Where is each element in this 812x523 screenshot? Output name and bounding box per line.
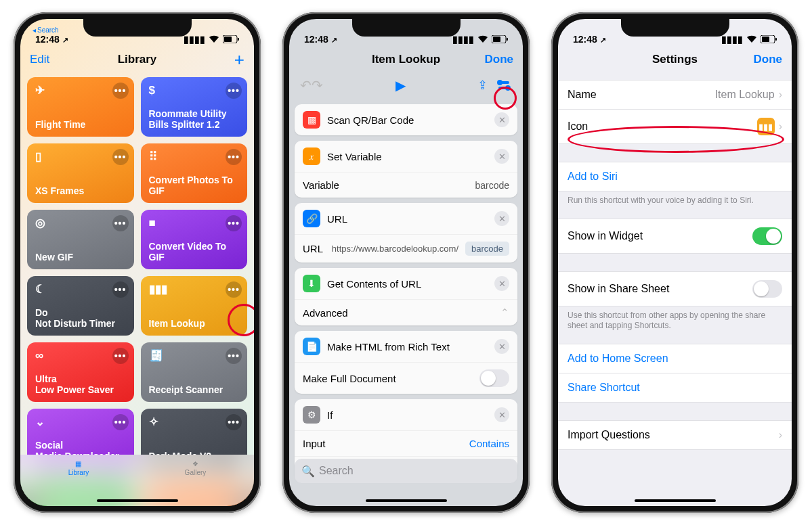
shortcut-tile[interactable]: ⠿Convert Photos To GIF••• (141, 143, 248, 203)
share-icon[interactable]: ⇪ (477, 78, 488, 93)
action-make-html[interactable]: 📄Make HTML from Rich Text✕ Make Full Doc… (295, 331, 517, 394)
more-button[interactable]: ••• (226, 414, 242, 430)
qrcode-icon: ▩ (303, 111, 320, 129)
chevron-right-icon: › (779, 120, 782, 133)
more-button[interactable]: ••• (112, 281, 129, 298)
action-scan-barcode[interactable]: ▩Scan QR/Bar Code✕ (295, 104, 517, 135)
redo-button[interactable]: ↷ (312, 77, 323, 93)
battery-icon (761, 35, 777, 43)
library-title: Library (118, 53, 157, 66)
phone-settings: 12:48 ↗ ▮▮▮▮ Settings Done Name Item Loo… (551, 12, 798, 513)
edit-button[interactable]: Edit (30, 53, 49, 66)
shortcut-tile[interactable]: ∞Ultra Low Power Saver••• (27, 342, 134, 402)
more-button[interactable]: ••• (112, 414, 129, 430)
battery-icon (223, 35, 239, 43)
cell-name[interactable]: Name Item Lookup › (558, 80, 792, 110)
svg-rect-12 (775, 38, 777, 41)
link-icon: 🔗 (303, 210, 320, 227)
svg-rect-7 (500, 81, 509, 84)
more-button[interactable]: ••• (226, 149, 242, 165)
toggle-share-sheet[interactable] (752, 280, 782, 298)
home-indicator[interactable] (635, 499, 716, 502)
shortcut-tile[interactable]: ▮▮▮Item Lookup••• (141, 276, 248, 336)
share-footnote: Use this shortcut from other apps by ope… (558, 306, 792, 344)
shortcut-tile[interactable]: ▯XS Frames••• (27, 143, 134, 203)
settings-toggle-icon[interactable] (496, 79, 512, 91)
shortcut-tile[interactable]: 🧾Receipt Scanner••• (141, 342, 248, 402)
cell-share-shortcut[interactable]: Share Shortcut (558, 373, 792, 403)
tab-gallery[interactable]: ❖ Gallery (185, 460, 207, 476)
done-button[interactable]: Done (485, 53, 514, 66)
tile-label: Roommate Utility Bills Splitter 1.2 (149, 108, 240, 130)
grid-icon: ▦ (75, 460, 81, 468)
cell-share-sheet[interactable]: Show in Share Sheet (558, 271, 792, 306)
svg-rect-11 (762, 37, 769, 42)
remove-icon[interactable]: ✕ (494, 149, 509, 164)
more-button[interactable]: ••• (226, 348, 242, 364)
shortcut-tile[interactable]: ◎New GIF••• (27, 210, 134, 269)
barcode-icon: ▮▮▮ (757, 118, 775, 135)
chevron-right-icon: › (779, 429, 782, 441)
action-set-variable[interactable]: 𝑥Set Variable✕ Variablebarcode (295, 141, 517, 198)
stack-icon: ❖ (192, 460, 198, 468)
undo-button[interactable]: ↶ (300, 77, 312, 93)
remove-icon[interactable]: ✕ (494, 276, 509, 291)
tile-label: New GIF (35, 252, 126, 263)
more-button[interactable]: ••• (112, 83, 129, 99)
tab-bar: ▦ Library ❖ Gallery (20, 455, 254, 506)
tile-label: Convert Photos To GIF (149, 175, 240, 196)
shortcut-tile[interactable]: ■Convert Video To GIF••• (141, 210, 248, 269)
editor-title: Item Lookup (372, 53, 440, 66)
done-button[interactable]: Done (754, 53, 783, 66)
shortcut-tile[interactable]: ✈Flight Time••• (27, 77, 134, 137)
more-button[interactable]: ••• (112, 149, 129, 165)
cell-show-widget[interactable]: Show in Widget (558, 219, 792, 254)
cell-add-home[interactable]: Add to Home Screen (558, 344, 792, 373)
signal-icon: ▮▮▮▮ (184, 34, 205, 45)
tab-library[interactable]: ▦ Library (68, 460, 89, 476)
wifi-icon (746, 35, 757, 43)
chevron-up-icon[interactable]: ⌃ (500, 306, 509, 319)
remove-icon[interactable]: ✕ (494, 407, 509, 422)
action-get-contents[interactable]: ⬇Get Contents of URL✕ Advanced⌃ (295, 268, 517, 325)
signal-icon: ▮▮▮▮ (452, 34, 474, 45)
shortcut-tile[interactable]: ☾Do Not Disturb Timer••• (27, 276, 134, 336)
remove-icon[interactable]: ✕ (494, 211, 509, 226)
search-input[interactable]: 🔍 Search (295, 459, 517, 483)
play-button[interactable]: ▶ (396, 77, 406, 93)
more-button[interactable]: ••• (112, 215, 129, 231)
add-button[interactable]: + (234, 49, 244, 70)
siri-footnote: Run this shortcut with your voice by add… (558, 191, 792, 219)
svg-rect-9 (498, 87, 508, 89)
gear-icon: ⚙ (303, 406, 320, 424)
home-indicator[interactable] (97, 499, 178, 502)
wifi-icon (209, 35, 219, 43)
remove-icon[interactable]: ✕ (494, 339, 509, 354)
phone-editor: 12:48 ↗ ▮▮▮▮ Item Lookup Done ↶ ↷ ▶ ⇪ ▩S… (282, 12, 530, 513)
home-indicator[interactable] (366, 499, 447, 502)
back-to-search[interactable]: ◂ Search (33, 26, 59, 34)
variable-icon: 𝑥 (303, 147, 320, 165)
library-nav: Edit Library + (20, 46, 254, 73)
svg-rect-1 (224, 37, 232, 42)
cell-icon[interactable]: Icon ▮▮▮ › (558, 110, 792, 144)
clock: 12:48 ↗ (573, 34, 606, 45)
settings-title: Settings (652, 53, 698, 66)
more-button[interactable]: ••• (226, 83, 242, 99)
variable-token[interactable]: barcode (465, 242, 509, 256)
tile-label: Ultra Low Power Saver (35, 373, 126, 395)
remove-icon[interactable]: ✕ (494, 112, 509, 127)
toggle-full-document[interactable] (479, 369, 509, 387)
action-url[interactable]: 🔗URL✕ URLhttps://www.barcodelookup.com/b… (295, 203, 517, 263)
tile-label: Do Not Disturb Timer (35, 307, 126, 329)
search-icon: 🔍 (301, 465, 315, 478)
more-button[interactable]: ••• (226, 281, 242, 298)
tile-label: Receipt Scanner (149, 384, 240, 395)
more-button[interactable]: ••• (226, 215, 242, 231)
cell-import-questions[interactable]: Import Questions › (558, 420, 792, 450)
name-value: Item Lookup (715, 89, 775, 101)
cell-add-to-siri[interactable]: Add to Siri (558, 162, 792, 191)
shortcut-tile[interactable]: $Roommate Utility Bills Splitter 1.2••• (141, 77, 248, 137)
toggle-show-widget[interactable] (752, 227, 782, 245)
more-button[interactable]: ••• (112, 348, 129, 364)
